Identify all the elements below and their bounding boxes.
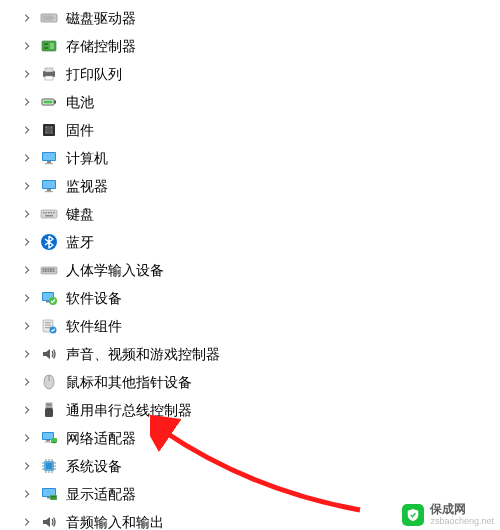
chevron-right-icon[interactable]: [20, 291, 34, 305]
tree-item-disk-drives[interactable]: 磁盘驱动器: [20, 4, 500, 32]
tree-item-label: 监视器: [66, 172, 108, 200]
chevron-right-icon[interactable]: [20, 235, 34, 249]
tree-item-label: 鼠标和其他指针设备: [66, 368, 192, 396]
software-component-icon: [40, 317, 58, 335]
chevron-right-icon[interactable]: [20, 431, 34, 445]
tree-item-label: 显示适配器: [66, 480, 136, 508]
chevron-right-icon[interactable]: [20, 347, 34, 361]
tree-item-label: 磁盘驱动器: [66, 4, 136, 32]
firmware-icon: [40, 121, 58, 139]
tree-item-label: 打印队列: [66, 60, 122, 88]
monitor-icon: [40, 177, 58, 195]
watermark-brand: 保成网: [430, 503, 494, 515]
chevron-right-icon[interactable]: [20, 459, 34, 473]
device-manager-tree: 磁盘驱动器存储控制器打印队列电池固件计算机监视器键盘蓝牙人体学输入设备软件设备软…: [0, 0, 500, 530]
chevron-right-icon[interactable]: [20, 123, 34, 137]
chevron-right-icon[interactable]: [20, 375, 34, 389]
tree-item-software-devices[interactable]: 软件设备: [20, 284, 500, 312]
tree-item-label: 存储控制器: [66, 32, 136, 60]
watermark-url: zsbaocheng.net: [430, 517, 494, 526]
tree-item-usb-controllers[interactable]: 通用串行总线控制器: [20, 396, 500, 424]
watermark-shield-icon: [402, 504, 424, 526]
storage-controller-icon: [40, 37, 58, 55]
tree-item-label: 计算机: [66, 144, 108, 172]
tree-item-software-components[interactable]: 软件组件: [20, 312, 500, 340]
tree-item-batteries[interactable]: 电池: [20, 88, 500, 116]
tree-item-print-queues[interactable]: 打印队列: [20, 60, 500, 88]
printer-icon: [40, 65, 58, 83]
tree-item-label: 电池: [66, 88, 94, 116]
chevron-right-icon[interactable]: [20, 95, 34, 109]
chevron-right-icon[interactable]: [20, 207, 34, 221]
chevron-right-icon[interactable]: [20, 263, 34, 277]
display-adapter-icon: [40, 485, 58, 503]
mouse-icon: [40, 373, 58, 391]
chevron-right-icon[interactable]: [20, 67, 34, 81]
tree-item-label: 人体学输入设备: [66, 256, 164, 284]
audio-icon: [40, 345, 58, 363]
tree-item-mouse-pointer[interactable]: 鼠标和其他指针设备: [20, 368, 500, 396]
chevron-right-icon[interactable]: [20, 39, 34, 53]
chevron-right-icon[interactable]: [20, 515, 34, 529]
tree-item-label: 蓝牙: [66, 228, 94, 256]
monitor-icon: [40, 149, 58, 167]
tree-item-label: 软件设备: [66, 284, 122, 312]
chevron-right-icon[interactable]: [20, 11, 34, 25]
keyboard-icon: [40, 205, 58, 223]
tree-item-system-devices[interactable]: 系统设备: [20, 452, 500, 480]
tree-item-hid[interactable]: 人体学输入设备: [20, 256, 500, 284]
tree-item-network-adapters[interactable]: 网络适配器: [20, 424, 500, 452]
tree-item-computer[interactable]: 计算机: [20, 144, 500, 172]
tree-item-label: 通用串行总线控制器: [66, 396, 192, 424]
battery-icon: [40, 93, 58, 111]
tree-item-label: 系统设备: [66, 452, 122, 480]
hid-icon: [40, 261, 58, 279]
tree-item-storage-controllers[interactable]: 存储控制器: [20, 32, 500, 60]
watermark: 保成网 zsbaocheng.net: [402, 503, 494, 526]
chip-icon: [40, 457, 58, 475]
chevron-right-icon[interactable]: [20, 179, 34, 193]
tree-item-label: 软件组件: [66, 312, 122, 340]
chevron-right-icon[interactable]: [20, 403, 34, 417]
tree-item-label: 键盘: [66, 200, 94, 228]
tree-item-keyboards[interactable]: 键盘: [20, 200, 500, 228]
chevron-right-icon[interactable]: [20, 319, 34, 333]
bluetooth-icon: [40, 233, 58, 251]
audio-icon: [40, 513, 58, 530]
chevron-right-icon[interactable]: [20, 487, 34, 501]
tree-item-label: 声音、视频和游戏控制器: [66, 340, 220, 368]
tree-item-firmware[interactable]: 固件: [20, 116, 500, 144]
chevron-right-icon[interactable]: [20, 151, 34, 165]
hdd-icon: [40, 9, 58, 27]
tree-item-bluetooth[interactable]: 蓝牙: [20, 228, 500, 256]
usb-icon: [40, 401, 58, 419]
software-device-icon: [40, 289, 58, 307]
tree-item-label: 音频输入和输出: [66, 508, 164, 530]
tree-item-sound-video-game[interactable]: 声音、视频和游戏控制器: [20, 340, 500, 368]
tree-item-label: 固件: [66, 116, 94, 144]
network-icon: [40, 429, 58, 447]
tree-item-monitors[interactable]: 监视器: [20, 172, 500, 200]
tree-item-label: 网络适配器: [66, 424, 136, 452]
